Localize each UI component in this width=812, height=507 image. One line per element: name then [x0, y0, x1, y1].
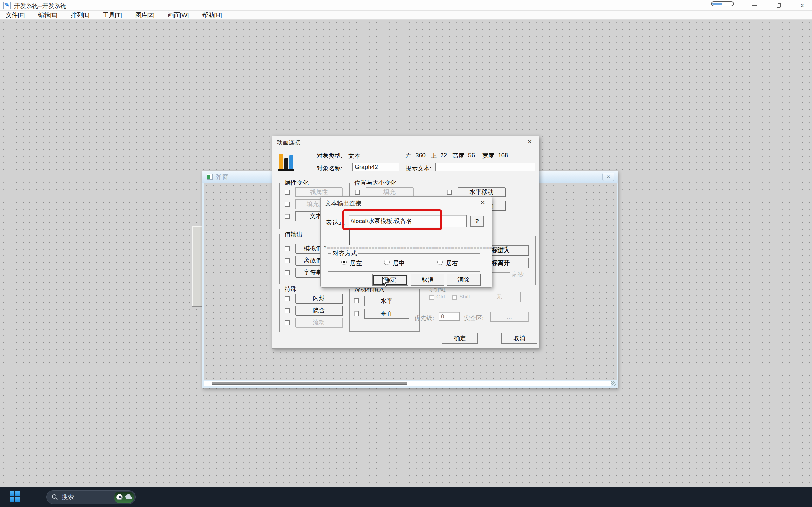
align-center-label: 居中 — [393, 259, 405, 268]
checkbox-shift[interactable] — [452, 295, 457, 300]
anim-ok-button[interactable]: 确定 — [442, 333, 478, 344]
pos-left-label: 左 — [406, 152, 412, 160]
dialog-close-icon[interactable]: × — [478, 198, 488, 207]
hint-text-input[interactable] — [436, 163, 535, 171]
pos-top-value: 22 — [440, 152, 447, 159]
app-title: 开发系统--开发系统 — [14, 2, 66, 10]
security-zone-browse-button[interactable]: ... — [490, 312, 528, 322]
checkbox-text-color[interactable] — [285, 214, 290, 219]
line-attr-button[interactable]: 线属性 — [295, 187, 342, 197]
ctrl-label: Ctrl — [437, 294, 445, 300]
menu-bar: 文件[F] 编辑[E] 排列[L] 工具[T] 图库[Z] 画面[W] 帮助[H… — [0, 11, 812, 20]
slider-vertical-button[interactable]: 垂直 — [364, 308, 409, 319]
menu-edit[interactable]: 编辑[E] — [38, 11, 57, 19]
resize-grip[interactable] — [611, 381, 616, 386]
search-highlight-thumbnail[interactable] — [114, 492, 134, 503]
checkbox-ctrl[interactable] — [429, 295, 434, 300]
checkbox-analog-output[interactable] — [285, 246, 290, 251]
menu-tools[interactable]: 工具[T] — [103, 11, 122, 19]
pos-top-label: 上 — [431, 152, 437, 160]
pos-height-label: 高度 — [452, 152, 464, 160]
expression-input[interactable]: \\local\水泵模板.设备名 — [349, 215, 467, 227]
align-left-label: 居左 — [350, 259, 362, 268]
no-key-button[interactable]: 无 — [478, 292, 520, 302]
checkbox-fill[interactable] — [355, 190, 360, 194]
dialog-title: 动画连接 — [276, 138, 301, 147]
group-label: 位置与大小变化 — [353, 179, 398, 187]
hint-text-label: 提示文本: — [406, 164, 432, 173]
checkbox-discrete-output[interactable] — [285, 258, 290, 263]
anim-cancel-button[interactable]: 取消 — [502, 333, 537, 344]
group-label: 值输出 — [283, 230, 304, 239]
search-placeholder: 搜索 — [62, 493, 74, 501]
start-button[interactable] — [9, 492, 20, 502]
object-name-input[interactable]: Graph42 — [352, 163, 399, 171]
priority-label: 优先级: — [414, 314, 434, 322]
taskbar: 搜索 英 17:24 2023/6/20/星期二 — [0, 487, 812, 507]
security-zone-label: 安全区: — [464, 314, 484, 322]
flow-button[interactable]: 流动 — [295, 318, 342, 327]
hidden-button[interactable]: 隐含 — [295, 306, 342, 315]
expression-label: 表达式 — [326, 218, 345, 227]
minimize-button[interactable] — [749, 2, 760, 9]
text-caret-line — [349, 229, 350, 245]
object-type-value: 文本 — [348, 152, 360, 160]
menu-file[interactable]: 文件[F] — [6, 11, 25, 19]
pos-left-value: 360 — [415, 152, 426, 159]
horizontal-move-button[interactable]: 水平移动 — [458, 187, 505, 197]
minimize-icon — [752, 5, 757, 6]
popup-title: 弹窗 — [216, 173, 229, 181]
checkbox-line-attr[interactable] — [285, 190, 290, 194]
priority-input[interactable]: 0 — [439, 312, 460, 321]
dialog-title: 文本输出连接 — [325, 199, 361, 208]
search-icon — [52, 494, 58, 500]
slider-horizontal-button[interactable]: 水平 — [364, 296, 409, 306]
app-icon: ✎ — [3, 2, 11, 9]
group-label: 对齐方式 — [331, 249, 358, 258]
group-label: 特殊 — [283, 285, 298, 293]
radio-align-left[interactable] — [341, 260, 347, 265]
checkbox-flow[interactable] — [285, 320, 290, 325]
checkbox-slider-horizontal[interactable] — [354, 298, 359, 303]
app-titlebar: ✎ 开发系统--开发系统 × — [0, 0, 812, 11]
checkbox-slider-vertical[interactable] — [354, 311, 359, 316]
mouse-cursor — [382, 277, 390, 287]
popup-horizontal-scrollbar[interactable] — [204, 381, 611, 386]
titlebar-progress-pill — [711, 1, 734, 6]
pos-height-value: 56 — [468, 152, 475, 159]
radio-align-right[interactable] — [438, 260, 443, 265]
menu-screen[interactable]: 画面[W] — [168, 11, 189, 19]
scrollbar-thumb[interactable] — [212, 382, 407, 385]
checkbox-hidden[interactable] — [285, 308, 290, 313]
shift-label: Shift — [459, 294, 470, 300]
expression-help-button[interactable]: ? — [470, 216, 484, 227]
blink-button[interactable]: 闪烁 — [295, 294, 342, 303]
search-box[interactable]: 搜索 — [46, 490, 136, 504]
text-output-dialog: 文本输出连接 × 表达式 \\local\水泵模板.设备名 ? *=======… — [320, 196, 492, 288]
bar-chart-icon — [278, 151, 296, 171]
object-type-label: 对象类型: — [316, 152, 342, 160]
checkbox-blink[interactable] — [285, 296, 290, 301]
close-button[interactable]: × — [797, 2, 808, 9]
popup-window-icon — [207, 174, 212, 180]
fill-button[interactable]: 填充 — [366, 187, 413, 197]
dialog-close-icon[interactable]: × — [525, 137, 535, 146]
radio-align-center[interactable] — [384, 260, 390, 265]
checkbox-fill-attr[interactable] — [285, 202, 290, 207]
text-clear-button[interactable]: 清除 — [447, 274, 480, 285]
text-cancel-button[interactable]: 取消 — [411, 274, 444, 285]
object-name-label: 对象名称: — [316, 164, 342, 173]
popup-close-button[interactable]: × — [602, 173, 614, 181]
soccer-ball-icon — [116, 494, 123, 500]
pos-width-value: 168 — [498, 152, 508, 159]
group-label: 属性变化 — [283, 179, 310, 187]
restore-icon — [777, 4, 780, 8]
menu-arrange[interactable]: 排列[L] — [71, 11, 90, 19]
align-right-label: 居右 — [446, 259, 458, 268]
restore-button[interactable] — [773, 2, 784, 9]
checkbox-horizontal-move[interactable] — [447, 190, 452, 194]
text-ok-button[interactable]: 确定 — [372, 274, 408, 285]
menu-library[interactable]: 图库[Z] — [136, 11, 154, 19]
menu-help[interactable]: 帮助[H] — [202, 11, 222, 19]
checkbox-string-output[interactable] — [285, 270, 290, 275]
